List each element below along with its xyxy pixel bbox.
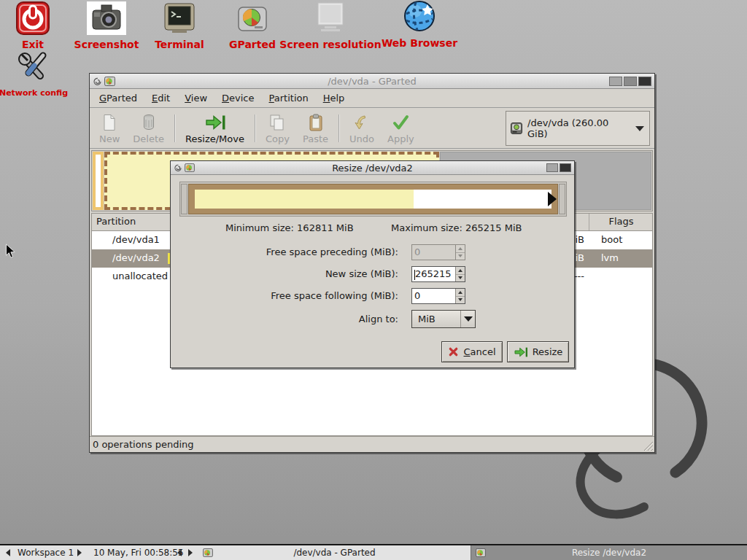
- task-label: Resize /dev/vda2: [471, 548, 747, 558]
- spin-buttons[interactable]: [455, 267, 465, 281]
- desktop-icon-label: Network config: [0, 88, 68, 98]
- flags-value: lvm: [601, 252, 619, 263]
- desktop-icon-screen-resolution[interactable]: Screen resolution: [279, 1, 382, 50]
- spinbox-value: 0: [412, 245, 455, 260]
- free-space-following-spinbox[interactable]: 0: [411, 288, 465, 304]
- gparted-app-icon: [104, 77, 115, 86]
- task-next-arrow[interactable]: [188, 545, 193, 560]
- taskbar-task-gparted[interactable]: /dev/vda - GParted: [198, 545, 471, 560]
- partition-name: unallocated: [112, 271, 168, 281]
- pending-operations-text: 0 operations pending: [93, 439, 194, 450]
- resize-button[interactable]: Resize: [507, 341, 569, 362]
- toolbar-button-label: Copy: [266, 133, 290, 144]
- main-window-titlebar[interactable]: /dev/vda - GParted: [90, 74, 654, 89]
- toolbar-button-label: Resize/Move: [185, 133, 244, 144]
- delete-icon: [141, 114, 157, 131]
- gparted-task-icon: [203, 548, 213, 557]
- resize-arrow-icon: [514, 346, 528, 358]
- spin-down-icon: [458, 276, 462, 279]
- slider-left-grip[interactable]: [181, 184, 187, 214]
- gparted-disk-icon: [236, 1, 269, 35]
- task-prev-arrow[interactable]: [177, 545, 182, 560]
- dropdown-arrow: [460, 311, 475, 327]
- maximize-button[interactable]: [624, 77, 637, 86]
- resize-slider[interactable]: [179, 182, 567, 217]
- desktop-icon-label: GParted: [229, 39, 276, 50]
- desktop-icon-web-browser[interactable]: Web Browser: [368, 0, 471, 49]
- menu-view[interactable]: View: [179, 90, 212, 106]
- menu-edit[interactable]: Edit: [147, 90, 175, 106]
- toolbar-separator: [338, 114, 339, 142]
- new-size-spinbox[interactable]: 265215: [411, 266, 465, 282]
- wm-swirl-icon: [174, 163, 182, 172]
- gparted-task-icon: [476, 548, 486, 557]
- align-to-value: MiB: [418, 314, 436, 324]
- toolbar-apply-button[interactable]: Apply: [381, 110, 421, 147]
- menubar: GParted Edit View Device Partition Help: [90, 89, 654, 107]
- cancel-button[interactable]: Cancel: [441, 341, 503, 362]
- resize-dialog: Resize /dev/vda2 Minimum size: 162811 Mi…: [170, 160, 575, 368]
- device-dropdown-arrow[interactable]: [634, 112, 646, 145]
- maximum-size-label: Maximum size: 265215 MiB: [391, 222, 522, 233]
- menu-device[interactable]: Device: [217, 90, 259, 106]
- statusbar: 0 operations pending: [90, 436, 654, 452]
- resize-move-icon: [205, 114, 225, 131]
- spin-up-icon: [458, 269, 462, 272]
- cancel-x-icon: [448, 346, 459, 357]
- spin-up-icon: [458, 291, 462, 294]
- toolbar-button-label: Delete: [133, 133, 164, 144]
- tools-icon: [17, 51, 50, 85]
- desktop-icon-network-config[interactable]: Network config: [0, 51, 85, 98]
- dialog-title: Resize /dev/vda2: [171, 163, 574, 174]
- toolbar-undo-button[interactable]: Undo: [343, 110, 381, 147]
- close-button[interactable]: [638, 77, 651, 86]
- toolbar-button-label: New: [99, 133, 120, 144]
- new-size-label: New size (MiB):: [171, 268, 398, 279]
- terminal-icon: [163, 1, 196, 35]
- align-to-dropdown[interactable]: MiB: [411, 310, 476, 328]
- exit-icon: [15, 1, 50, 35]
- slider-track: [188, 184, 558, 214]
- visual-partition-vda1[interactable]: [93, 152, 104, 210]
- toolbar-separator: [255, 114, 255, 142]
- copy-icon: [268, 114, 286, 131]
- minimum-size-label: Minimum size: 162811 MiB: [225, 222, 354, 233]
- column-header-partition: Partition: [92, 214, 172, 230]
- toolbar-resize-move-button[interactable]: Resize/Move: [179, 110, 251, 147]
- slider-used-space: [195, 190, 414, 209]
- window-resize-grip[interactable]: [643, 440, 654, 451]
- toolbar-paste-button[interactable]: Paste: [296, 110, 335, 147]
- taskbar-task-resize-dialog[interactable]: Resize /dev/vda2: [471, 545, 747, 560]
- dialog-titlebar[interactable]: Resize /dev/vda2: [171, 161, 574, 175]
- drive-icon: [510, 122, 523, 135]
- slider-partition-bar: [195, 190, 551, 209]
- column-header-flags: Flags: [589, 214, 653, 230]
- flags-value: boot: [601, 234, 622, 245]
- toolbar-button-label: Paste: [303, 133, 328, 144]
- toolbar-copy-button[interactable]: Copy: [259, 110, 296, 147]
- device-selector[interactable]: /dev/vda (260.00 GiB): [506, 111, 650, 146]
- cancel-button-label: Cancel: [463, 346, 495, 357]
- workspace-prev-arrow[interactable]: [6, 545, 10, 560]
- slider-right-grip[interactable]: [559, 184, 565, 214]
- menu-partition[interactable]: Partition: [264, 90, 314, 106]
- dialog-close-button[interactable]: [560, 163, 571, 172]
- align-to-label: Align to:: [171, 314, 398, 324]
- free-space-preceding-label: Free space preceding (MiB):: [171, 246, 398, 257]
- spinbox-value: 265215: [415, 268, 452, 281]
- toolbar-new-button[interactable]: New: [93, 110, 126, 147]
- slider-right-handle-arrow-icon[interactable]: [548, 192, 557, 206]
- menu-gparted[interactable]: GParted: [94, 90, 142, 106]
- spin-down-icon: [458, 254, 462, 257]
- desktop-icon-label: Screen resolution: [279, 39, 381, 50]
- taskbar: Workspace 1 10 May, Fri 00:58:55 /dev/vd…: [0, 544, 747, 560]
- menu-help[interactable]: Help: [318, 90, 350, 106]
- workspace-next-arrow[interactable]: [77, 545, 82, 560]
- free-space-preceding-spinbox: 0: [411, 244, 465, 260]
- spin-buttons[interactable]: [455, 289, 465, 303]
- monitor-icon: [313, 1, 348, 35]
- dialog-maximize-button[interactable]: [546, 163, 558, 172]
- toolbar-button-label: Undo: [349, 133, 374, 144]
- minimize-button[interactable]: [609, 77, 622, 86]
- toolbar-delete-button[interactable]: Delete: [126, 110, 171, 147]
